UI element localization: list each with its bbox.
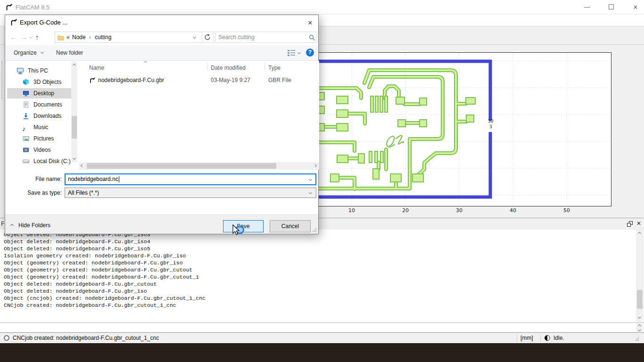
scroll-down-icon[interactable] <box>73 156 76 160</box>
breadcrumb-prefix[interactable]: « <box>66 34 70 41</box>
screen: FlatCAM 8.5 ✕ 0.1 0.1 0.05 <box>0 0 644 362</box>
file-name-label: File name: <box>21 176 62 182</box>
view-mode-icon[interactable] <box>287 49 296 57</box>
computer-icon <box>17 67 24 74</box>
search-box <box>215 32 317 43</box>
sidebar-item-documents[interactable]: Documents <box>7 99 71 110</box>
app-state-label: Idle. <box>553 335 564 341</box>
console-line: Object (cncjob) created: nodebridgeboard… <box>4 295 206 302</box>
column-separator[interactable] <box>264 62 265 71</box>
activity-icon <box>545 335 550 341</box>
export-gcode-dialog: Export G-Code ... ✕ ← → ↑ « Node › cutti… <box>5 15 319 234</box>
flatcam-app-icon <box>5 4 12 11</box>
console-line: Object (geometry) created: nodebridgeboa… <box>4 259 183 266</box>
cutout-gap-label-2: 3 <box>489 124 492 129</box>
scroll-up-icon[interactable] <box>638 324 641 328</box>
view-dropdown-icon[interactable] <box>297 51 301 54</box>
breadcrumb-node[interactable]: Node <box>72 34 86 41</box>
sidebar-item-downloads[interactable]: Downloads <box>7 111 71 121</box>
save-type-dropdown-icon[interactable] <box>309 191 312 194</box>
mouse-cursor <box>232 224 242 236</box>
console-line: Object deleted: nodebridgeboard-F.Cu.gbr… <box>4 238 150 245</box>
column-header-name[interactable]: Name <box>89 65 104 71</box>
back-icon[interactable]: ← <box>10 33 17 41</box>
download-icon <box>22 112 30 120</box>
minimize-button[interactable] <box>577 0 598 15</box>
refresh-button[interactable] <box>202 32 214 43</box>
up-icon[interactable]: ↑ <box>35 33 39 41</box>
dialog-nav-row: ← → ↑ « Node › cutting <box>5 30 318 45</box>
folder-icon <box>58 34 64 41</box>
address-dropdown-icon[interactable] <box>193 35 196 39</box>
status-bar: CNCjob created: nodebridgeboard-F.Cu.gbr… <box>0 332 644 343</box>
dialog-close-icon[interactable]: ✕ <box>306 19 314 27</box>
file-row[interactable]: nodebridgeboard-F.Cu.gbr 03-May-19 9:27 … <box>78 76 319 85</box>
console-dock-clipped-title: F <box>1 221 4 227</box>
scroll-down-icon[interactable] <box>638 328 641 331</box>
sidebar-item-this-pc[interactable]: This PC <box>7 66 71 76</box>
sort-ascending-icon <box>144 61 147 64</box>
sidebar-item-pictures[interactable]: Pictures <box>7 133 71 144</box>
scrollbar-thumb[interactable] <box>87 163 276 169</box>
save-type-label: Save as type: <box>21 189 62 196</box>
file-name-dropdown-icon[interactable] <box>309 178 312 181</box>
list-horizontal-scrollbar[interactable] <box>79 162 319 170</box>
console-line: Object (geometry) created: nodebridgeboa… <box>4 266 192 273</box>
address-bar[interactable]: « Node › cutting <box>55 32 202 43</box>
forward-icon[interactable]: → <box>20 33 27 41</box>
column-separator[interactable] <box>207 62 207 71</box>
sidebar-item-3d-objects[interactable]: 3D Objects <box>7 77 71 87</box>
close-dock-icon[interactable]: ✕ <box>636 220 641 227</box>
column-header-type[interactable]: Type <box>268 65 281 71</box>
sidebar-item-desktop[interactable]: Desktop <box>7 88 71 99</box>
cutout-gap-label-1: 30 <box>488 119 493 123</box>
maximize-button[interactable] <box>601 0 622 15</box>
file-list: Name Date modified Type nodebridgeboard-… <box>78 61 319 162</box>
organize-dropdown-icon <box>41 50 44 54</box>
x-tick-30: 30 <box>456 207 462 214</box>
sidebar-item-videos[interactable]: Videos <box>7 145 71 155</box>
float-dock-icon[interactable] <box>627 221 633 227</box>
column-header-date[interactable]: Date modified <box>211 65 246 71</box>
scroll-up-icon[interactable] <box>73 64 76 67</box>
search-input[interactable] <box>217 33 305 41</box>
gbr-file-icon <box>89 77 95 84</box>
dialog-flatcam-icon <box>9 19 17 26</box>
breadcrumb-separator: › <box>89 34 91 41</box>
dialog-sidebar: This PC 3D Objects Desktop Documents Dow… <box>5 61 77 162</box>
save-type-row: Save as type: All Files (*.*) <box>5 188 318 201</box>
save-type-combo[interactable]: All Files (*.*) <box>65 188 316 198</box>
dialog-resize-grip[interactable] <box>312 228 317 232</box>
breadcrumb-cutting[interactable]: cutting <box>95 34 111 41</box>
input-scrollbar[interactable] <box>636 323 644 332</box>
scroll-up-icon[interactable] <box>638 232 641 235</box>
units-label: [mm] <box>520 335 533 341</box>
cube-icon <box>22 78 30 86</box>
document-icon <box>22 101 30 108</box>
close-button[interactable]: ✕ <box>625 0 644 15</box>
file-date-cell: 03-May-19 9:27 <box>211 77 250 83</box>
console-command-input[interactable] <box>0 322 644 332</box>
cancel-button[interactable]: Cancel <box>270 220 311 232</box>
organize-button[interactable]: Organize <box>14 49 37 56</box>
scrollbar-thumb[interactable] <box>637 290 643 309</box>
sidebar-item-local-disk[interactable]: Local Disk (C:) <box>7 156 71 166</box>
hide-folders-button[interactable]: Hide Folders <box>18 222 50 229</box>
console-line: Object deleted: nodebridgeboard-F.Cu.gbr… <box>4 280 157 288</box>
help-icon[interactable]: ? <box>306 49 314 57</box>
history-dropdown-icon[interactable] <box>29 35 33 39</box>
status-message: CNCjob created: nodebridgeboard-F.Cu.gbr… <box>13 335 159 341</box>
sidebar-item-music[interactable]: ♪ Music <box>7 122 71 132</box>
scrollbar-thumb[interactable] <box>72 116 77 139</box>
console-scrollbar[interactable] <box>636 230 644 322</box>
sidebar-scrollbar[interactable] <box>71 62 77 162</box>
search-icon[interactable] <box>309 34 315 41</box>
scroll-right-icon[interactable] <box>314 164 317 167</box>
scroll-down-icon[interactable] <box>638 315 641 319</box>
new-folder-button[interactable]: New folder <box>56 49 83 56</box>
scroll-left-icon[interactable] <box>81 164 84 167</box>
resize-grip[interactable] <box>635 337 639 341</box>
text-caret <box>119 176 119 182</box>
file-name-input[interactable]: nodebridgeboard.nc <box>65 173 316 185</box>
dialog-bottom-bar: Hide Folders Save Cancel <box>5 214 318 234</box>
